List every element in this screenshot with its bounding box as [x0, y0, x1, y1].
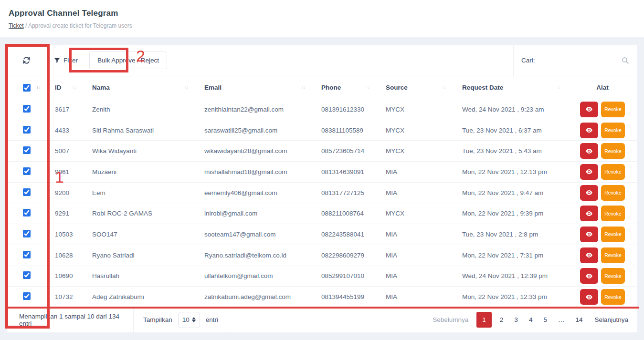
cell-nama: Muzaeni	[84, 168, 196, 175]
select-all-header[interactable]: ↑↓	[7, 76, 46, 99]
row-select-cell	[7, 271, 46, 280]
revoke-button[interactable]: Revoke	[601, 123, 625, 138]
cell-actions: Revoke	[568, 206, 637, 221]
row-select-cell	[7, 146, 46, 155]
sort-icon: ↑↓	[366, 85, 377, 90]
cell-actions: Revoke	[568, 123, 637, 138]
header-alat: Alat	[568, 76, 637, 99]
page-size-select[interactable]: 10	[178, 312, 200, 328]
row-checkbox[interactable]	[23, 146, 31, 154]
view-button[interactable]	[580, 227, 598, 242]
page-item[interactable]: 14	[572, 312, 585, 328]
revoke-button[interactable]: Revoke	[601, 164, 625, 180]
cell-email: zatnikabumi.adeg@gmail.com	[196, 293, 313, 300]
filter-label: Filter	[63, 57, 78, 64]
page-item-active[interactable]: 1	[476, 312, 492, 328]
row-checkbox[interactable]	[23, 230, 31, 237]
header-request-date[interactable]: Request Date ↑↓	[454, 76, 568, 99]
row-checkbox[interactable]	[23, 188, 31, 196]
refresh-icon	[22, 56, 31, 64]
eye-icon	[586, 127, 592, 133]
cell-source: MIA	[377, 293, 454, 300]
page-title: Approval Channel Telegram	[9, 9, 634, 18]
cell-email: eememly406@gmail.com	[196, 189, 313, 196]
view-button[interactable]	[580, 247, 598, 263]
sort-icon: ↑↓	[72, 85, 84, 90]
refresh-button[interactable]	[7, 45, 46, 76]
view-button[interactable]	[580, 289, 598, 305]
row-checkbox[interactable]	[23, 271, 31, 279]
cell-source: MIA	[377, 272, 454, 279]
search-icon	[621, 56, 629, 64]
revoke-button[interactable]: Revoke	[601, 268, 625, 284]
view-button[interactable]	[580, 123, 598, 138]
sort-icon: ↑↓	[36, 85, 40, 90]
revoke-button[interactable]: Revoke	[601, 206, 625, 221]
pagination-next[interactable]: Selanjutnya	[594, 316, 628, 323]
select-all-checkbox[interactable]	[23, 84, 31, 92]
row-select-cell	[7, 230, 46, 239]
search-input[interactable]	[539, 57, 617, 64]
view-button[interactable]	[580, 185, 598, 201]
revoke-button[interactable]: Revoke	[601, 289, 625, 305]
view-button[interactable]	[580, 143, 598, 159]
table-row: 10732 Adeg Zatnikabumi zatnikabumi.adeg@…	[7, 287, 637, 308]
row-checkbox[interactable]	[23, 167, 31, 175]
revoke-button[interactable]: Revoke	[601, 185, 625, 201]
breadcrumb-ticket-link[interactable]: Ticket	[9, 22, 24, 29]
table-row: 10690 Hasrullah ullahtelkom@gmail.com 08…	[7, 266, 637, 287]
view-button[interactable]	[580, 268, 598, 284]
header-id[interactable]: ID ↑↓	[46, 76, 84, 99]
page-item[interactable]: 4	[526, 312, 536, 328]
filter-button[interactable]: Filter	[46, 57, 83, 64]
revoke-button[interactable]: Revoke	[601, 143, 625, 159]
cell-phone: 081314639091	[313, 168, 377, 175]
cell-actions: Revoke	[568, 185, 637, 201]
view-button[interactable]	[580, 206, 598, 221]
cell-phone: 088211008764	[313, 210, 377, 217]
cell-id: 10732	[46, 293, 84, 300]
header-id-label: ID	[55, 84, 62, 91]
revoke-button[interactable]: Revoke	[601, 227, 625, 242]
cell-email: wikawidayanti28@gmail.com	[196, 147, 313, 155]
row-checkbox[interactable]	[23, 105, 31, 113]
cell-actions: Revoke	[568, 164, 637, 180]
cell-nama: Siti Rahma Saraswati	[84, 127, 196, 134]
cell-nama: Ryano Satriadi	[84, 252, 196, 259]
header-nama[interactable]: Nama ↑↓	[84, 76, 196, 99]
row-checkbox[interactable]	[23, 292, 31, 300]
cell-id: 4433	[46, 127, 84, 134]
header-email[interactable]: Email ↑↓	[196, 76, 313, 99]
revoke-button[interactable]: Revoke	[601, 247, 625, 263]
cell-request-date: Mon, 22 Nov 2021 , 9:39 pm	[454, 210, 568, 217]
cell-actions: Revoke	[568, 102, 637, 117]
page-item[interactable]: …	[555, 312, 568, 328]
row-checkbox[interactable]	[23, 126, 31, 134]
header-source[interactable]: Source ↑↓	[377, 76, 454, 99]
page-item[interactable]: 5	[540, 312, 550, 328]
table-row: 10503 SOO147 sooteam147@gmail.com 082243…	[7, 224, 637, 245]
pagination-previous[interactable]: Sebelumnya	[433, 316, 468, 323]
page-item[interactable]: 2	[497, 312, 507, 328]
page-item[interactable]: 3	[511, 312, 521, 328]
table-header-row: ↑↓ ID ↑↓ Nama ↑↓ Email ↑↓ Phone ↑↓ Sourc…	[7, 76, 637, 99]
row-select-cell	[7, 188, 46, 197]
cell-request-date: Mon, 22 Nov 2021 , 7:31 pm	[454, 252, 568, 259]
eye-icon	[586, 231, 592, 237]
cell-source: MIA	[377, 168, 454, 175]
header-phone[interactable]: Phone ↑↓	[313, 76, 377, 99]
view-button[interactable]	[580, 164, 598, 180]
cell-id: 9291	[46, 210, 84, 217]
header-nama-label: Nama	[92, 84, 110, 91]
cell-request-date: Mon, 22 Nov 2021 , 9:47 am	[454, 189, 568, 196]
view-button[interactable]	[580, 102, 598, 117]
revoke-button[interactable]: Revoke	[601, 102, 625, 117]
cell-phone: 085299107010	[313, 272, 377, 279]
cell-phone: 082298609279	[313, 252, 377, 259]
bulk-approve-reject-button[interactable]: Bulk Approve / Reject	[89, 52, 167, 69]
row-checkbox[interactable]	[23, 209, 31, 216]
header-phone-label: Phone	[321, 84, 341, 91]
row-checkbox[interactable]	[23, 251, 31, 258]
table-row: 3617 Zenith zenithiaintan22@gmail.com 08…	[7, 99, 637, 120]
cell-request-date: Tue, 23 Nov 2021 , 2:8 pm	[454, 231, 568, 238]
